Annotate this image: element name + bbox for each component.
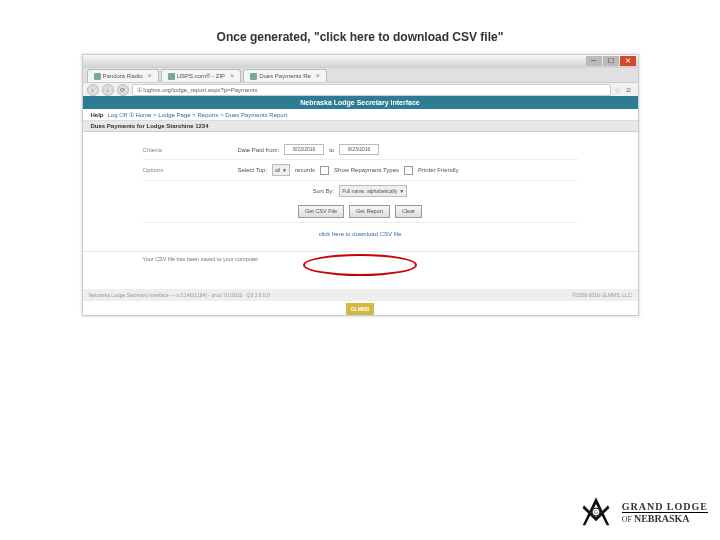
show-repayment-checkbox[interactable]	[320, 166, 329, 175]
square-compass-icon: G	[576, 492, 616, 532]
section-title: Dues Payments for Lodge Starshine 1234	[83, 121, 638, 132]
minimize-button[interactable]: ─	[586, 56, 602, 66]
maximize-button[interactable]: ☐	[603, 56, 619, 66]
tab-close-icon[interactable]: ×	[230, 70, 234, 82]
breadcrumb: HelpLog Off ① Home > Lodge Page > Report…	[83, 109, 638, 121]
date-from-label: Date Paid from:	[238, 147, 280, 153]
saved-message: Your CSV file has been saved to your com…	[83, 251, 638, 266]
forward-button[interactable]: ›	[102, 84, 114, 96]
tab-usps[interactable]: USPS.com® - ZIP×	[161, 69, 242, 82]
glmms-badge: GLMMS	[346, 303, 374, 315]
tab-close-icon[interactable]: ×	[316, 70, 320, 82]
get-report-button[interactable]: Get Report	[349, 205, 390, 218]
download-csv-link[interactable]: click here to download CSV file	[319, 231, 402, 237]
help-label[interactable]: Help	[91, 112, 104, 118]
app-title: Nebraska Lodge Secretary Interface	[83, 96, 638, 109]
records-label: records	[295, 167, 315, 173]
report-form: Criteria Date Paid from: 8/23/2016 to 8/…	[83, 132, 638, 245]
footer-left: Nebraska Lodge Secretary Interface — v.3…	[89, 292, 270, 298]
clear-button[interactable]: Clear	[395, 205, 422, 218]
tab-label: USPS.com® - ZIP	[177, 70, 225, 82]
options-label: Options	[143, 167, 233, 173]
breadcrumb-path[interactable]: Log Off ① Home > Lodge Page > Reports > …	[108, 112, 288, 118]
date-to-input[interactable]: 8/23/2016	[339, 144, 379, 155]
tab-strip: Pandora Radio× USPS.com® - ZIP× Dues Pay…	[83, 68, 638, 82]
browser-window: ─ ☐ ✕ Pandora Radio× USPS.com® - ZIP× Du…	[82, 54, 639, 316]
tab-pandora[interactable]: Pandora Radio×	[87, 69, 159, 82]
footer-right: ©2008-2016 GLMMS, LLC	[572, 292, 631, 298]
back-button[interactable]: ‹	[87, 84, 99, 96]
reload-button[interactable]: ⟳	[117, 84, 129, 96]
bookmark-icon[interactable]: ☆	[614, 86, 621, 95]
tab-label: Pandora Radio	[103, 70, 143, 82]
sort-by-dropdown[interactable]: Full name, alphabetically	[339, 185, 407, 197]
select-top-dropdown[interactable]: all	[272, 164, 290, 176]
show-repayment-label: Show Repayment Types	[334, 167, 399, 173]
window-titlebar: ─ ☐ ✕	[83, 55, 638, 68]
printer-friendly-checkbox[interactable]	[404, 166, 413, 175]
sort-by-label: Sort By:	[313, 188, 334, 194]
favicon-icon	[250, 73, 257, 80]
tab-close-icon[interactable]: ×	[148, 70, 152, 82]
tab-label: Dues Payments Re	[259, 70, 311, 82]
tab-dues-payments[interactable]: Dues Payments Re×	[243, 69, 327, 82]
page-content: Nebraska Lodge Secretary Interface HelpL…	[83, 96, 638, 315]
menu-icon[interactable]: ≡	[624, 85, 634, 95]
date-to-label: to	[329, 147, 334, 153]
favicon-icon	[94, 73, 101, 80]
footer-bar: Nebraska Lodge Secretary Interface — v.3…	[83, 289, 638, 301]
printer-friendly-label: Printer Friendly	[418, 167, 459, 173]
criteria-label: Criteria	[143, 147, 233, 153]
favicon-icon	[168, 73, 175, 80]
instruction-caption: Once generated, "click here to download …	[0, 30, 720, 44]
brand-of: OF	[622, 515, 632, 524]
date-from-input[interactable]: 8/23/2016	[284, 144, 324, 155]
get-csv-button[interactable]: Get CSV File	[298, 205, 344, 218]
brand-line1: GRAND LODGE	[622, 501, 708, 513]
url-input[interactable]: ① loglms.org/lodge_report.aspx?p=Payment…	[132, 84, 611, 96]
close-button[interactable]: ✕	[620, 56, 636, 66]
select-top-label: Select Top:	[238, 167, 268, 173]
grand-lodge-logo: G GRAND LODGE OF NEBRASKA	[576, 492, 708, 532]
svg-text:G: G	[594, 509, 598, 515]
brand-state: NEBRASKA	[634, 513, 690, 524]
